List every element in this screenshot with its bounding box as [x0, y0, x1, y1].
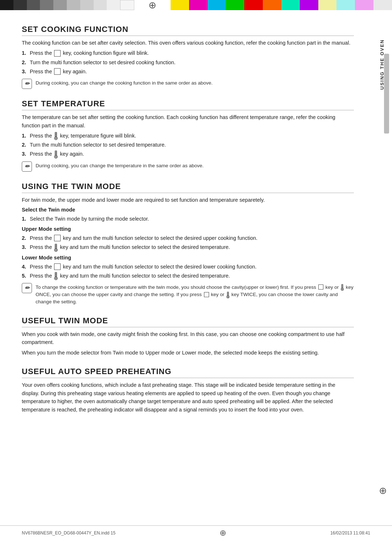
section-using-twin-mode: USING THE TWIN MODE For twin mode, the u… [22, 182, 354, 306]
step-scf-2: 2. Turn the multi function selector to s… [22, 58, 354, 67]
cooking-key-icon-1 [54, 50, 61, 57]
heading-set-cooking-function: SET COOKING FUNCTION [22, 25, 354, 36]
upper-cook-key [54, 235, 61, 241]
top-color-bar: ⊕ [0, 0, 392, 10]
upper-temp-key [54, 244, 58, 252]
footer-date: 16/02/2013 11:08:41 [330, 530, 370, 536]
note-box-key2 [204, 292, 209, 297]
lower-cook-key [54, 263, 61, 270]
svg-point-15 [55, 278, 57, 279]
note-twin-mode: ✏ To change the cooking function or temp… [22, 283, 354, 306]
steps-lower-mode: 4. Press the key and turn the multi func… [22, 263, 354, 280]
step-st-3: 3. Press the key again. [22, 150, 354, 158]
heading-set-temperature: SET TEMPERATURE [22, 99, 354, 110]
body-set-cooking-function: The cooking function can be set after ca… [22, 39, 354, 47]
body-using-twin-mode: For twin mode, the upper mode and lower … [22, 196, 354, 204]
section-set-temperature: SET TEMPERATURE The temperature can be s… [22, 99, 354, 172]
note-icon-scf: ✏ [22, 79, 32, 89]
steps-set-temperature: 1. Press the key, temperature figure wil… [22, 132, 354, 159]
sidebar-reg-mark: ⊕ [379, 485, 387, 496]
steps-select-twin: 1. Select the Twin mode by turning the m… [22, 215, 354, 223]
body1-useful-twin-mode: When you cook with twin mode, one cavity… [22, 330, 354, 347]
svg-point-19 [342, 289, 343, 290]
step-st-2: 2. Turn the multi function selector to s… [22, 141, 354, 149]
section-useful-auto-speed: USEFUL AUTO SPEED PREHEATING Your oven o… [22, 367, 354, 414]
note-icon-st: ✏ [22, 161, 32, 172]
step-twin-select-1: 1. Select the Twin mode by turning the m… [22, 215, 354, 223]
twin-select-text: Select the Twin mode by turning the mode… [30, 216, 149, 222]
temp-key-icon-1 [54, 132, 58, 140]
svg-point-7 [55, 156, 57, 157]
note-text-st: During cooking, you can change the tempe… [36, 161, 354, 169]
section-useful-twin-mode: USEFUL TWIN MODE When you cook with twin… [22, 316, 354, 357]
sidebar: USING THE OVEN ⊕ [372, 10, 392, 525]
footer-page-info: using the oven_15 [0, 540, 392, 541]
svg-point-23 [227, 296, 228, 297]
page: SET COOKING FUNCTION The cooking functio… [0, 10, 392, 525]
note-box-temp1 [340, 284, 344, 291]
lower-temp-key [54, 272, 58, 280]
note-set-temperature: ✏ During cooking, you can change the tem… [22, 161, 354, 172]
note-set-cooking-function: ✏ During cooking, you can change the coo… [22, 79, 354, 89]
step-upper-2: 2. Press the key and turn the multi func… [22, 234, 354, 242]
note-text-scf: During cooking, you can change the cooki… [36, 79, 354, 87]
step-scf-3: 3. Press the key again. [22, 67, 354, 76]
heading-useful-twin-mode: USEFUL TWIN MODE [22, 316, 354, 327]
svg-point-11 [55, 249, 57, 251]
footer-file-info: NV6786BNESR_EO_DG68-00447Y_EN.indd 15 [22, 530, 115, 536]
step-lower-5: 5. Press the key and turn the multi func… [22, 272, 354, 280]
sidebar-scrollbar[interactable] [384, 54, 389, 134]
main-content: SET COOKING FUNCTION The cooking functio… [0, 10, 372, 525]
step-lower-4: 4. Press the key and turn the multi func… [22, 263, 354, 271]
footer-reg-mark-bottom: ⊕ [220, 528, 226, 538]
heading-useful-auto-speed: USEFUL AUTO SPEED PREHEATING [22, 367, 354, 378]
subheading-lower-mode: Lower Mode setting [22, 255, 354, 261]
subheading-upper-mode: Upper Mode setting [22, 226, 354, 232]
section-set-cooking-function: SET COOKING FUNCTION The cooking functio… [22, 25, 354, 89]
subheading-select-twin: Select the Twin mode [22, 207, 354, 213]
steps-upper-mode: 2. Press the key and turn the multi func… [22, 234, 354, 251]
body2-useful-twin-mode: When you turn the mode selector from Twi… [22, 349, 354, 357]
step-st-1: 1. Press the key, temperature figure wil… [22, 132, 354, 140]
color-strip-center: ⊕ [134, 0, 171, 10]
note-text-twin: To change the cooking function or temper… [36, 283, 354, 306]
color-strip-left [0, 0, 134, 10]
footer: NV6786BNESR_EO_DG68-00447Y_EN.indd 15 ⊕ … [0, 525, 392, 540]
body-set-temperature: The temperature can be set after setting… [22, 113, 354, 130]
note-box-temp2 [226, 292, 230, 298]
cooking-key-icon-3 [54, 68, 61, 75]
registration-mark-top: ⊕ [148, 0, 156, 10]
color-strip-right [171, 0, 392, 10]
note-icon-twin: ✏ [22, 283, 32, 293]
svg-point-3 [55, 138, 57, 139]
step-upper-3: 3. Press the key and turn the multi func… [22, 243, 354, 251]
note-box-key1 [318, 284, 323, 290]
temp-key-icon-3 [54, 151, 58, 159]
steps-set-cooking-function: 1. Press the key, cooking function figur… [22, 49, 354, 76]
body-useful-auto-speed: Your oven offers cooking functions, whic… [22, 381, 354, 414]
heading-using-twin-mode: USING THE TWIN MODE [22, 182, 354, 193]
step-scf-1: 1. Press the key, cooking function figur… [22, 49, 354, 57]
